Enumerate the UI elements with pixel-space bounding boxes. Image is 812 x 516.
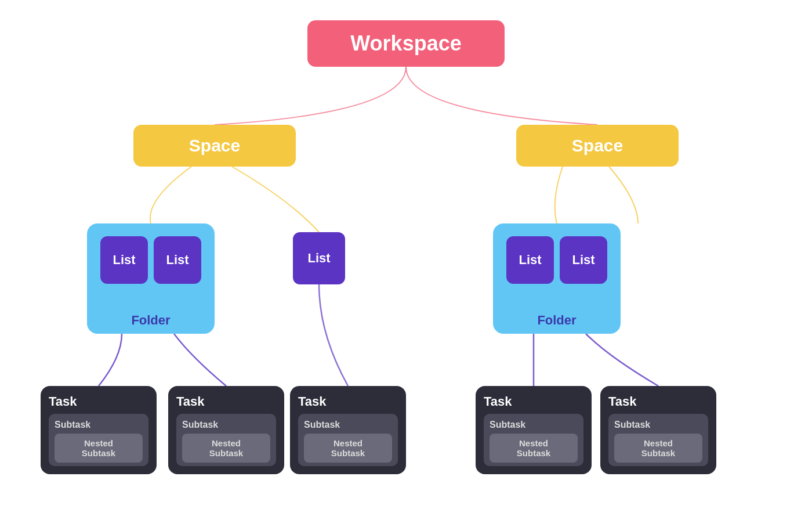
- folder-right-node: List List Folder: [493, 223, 621, 334]
- diagram: Workspace Space Space List List Folder L…: [29, 9, 783, 508]
- list-node-fl-2: List: [154, 236, 201, 284]
- nested-subtask-box-1: NestedSubtask: [55, 434, 143, 463]
- workspace-node: Workspace: [307, 20, 505, 67]
- folder-left-label: Folder: [87, 313, 215, 328]
- subtask-box-3: Subtask NestedSubtask: [298, 414, 398, 466]
- list-node-fl-1: List: [100, 236, 148, 284]
- space-left-node: Space: [133, 125, 296, 167]
- subtask-box-5: Subtask NestedSubtask: [608, 414, 708, 466]
- task-node-4: Task Subtask NestedSubtask: [476, 386, 592, 474]
- folder-right-lists: List List: [503, 236, 610, 284]
- list-node-fr-1: List: [506, 236, 554, 284]
- folder-left-lists: List List: [97, 236, 204, 284]
- nested-subtask-box-2: NestedSubtask: [182, 434, 270, 463]
- subtask-box-1: Subtask NestedSubtask: [49, 414, 148, 466]
- standalone-list-node: List: [293, 232, 345, 284]
- subtask-box-2: Subtask NestedSubtask: [176, 414, 276, 466]
- list-node-fr-2: List: [560, 236, 607, 284]
- space-left-label: Space: [189, 136, 240, 156]
- folder-left-node: List List Folder: [87, 223, 215, 334]
- task-node-3: Task Subtask NestedSubtask: [290, 386, 406, 474]
- folder-right-label: Folder: [493, 313, 621, 328]
- nested-subtask-box-3: NestedSubtask: [304, 434, 392, 463]
- nested-subtask-box-4: NestedSubtask: [490, 434, 578, 463]
- space-right-label: Space: [572, 136, 623, 156]
- nested-subtask-box-5: NestedSubtask: [614, 434, 702, 463]
- task-node-2: Task Subtask NestedSubtask: [168, 386, 284, 474]
- task-node-5: Task Subtask NestedSubtask: [600, 386, 716, 474]
- task-node-1: Task Subtask NestedSubtask: [41, 386, 157, 474]
- subtask-box-4: Subtask NestedSubtask: [484, 414, 583, 466]
- space-right-node: Space: [516, 125, 679, 167]
- workspace-label: Workspace: [350, 31, 461, 56]
